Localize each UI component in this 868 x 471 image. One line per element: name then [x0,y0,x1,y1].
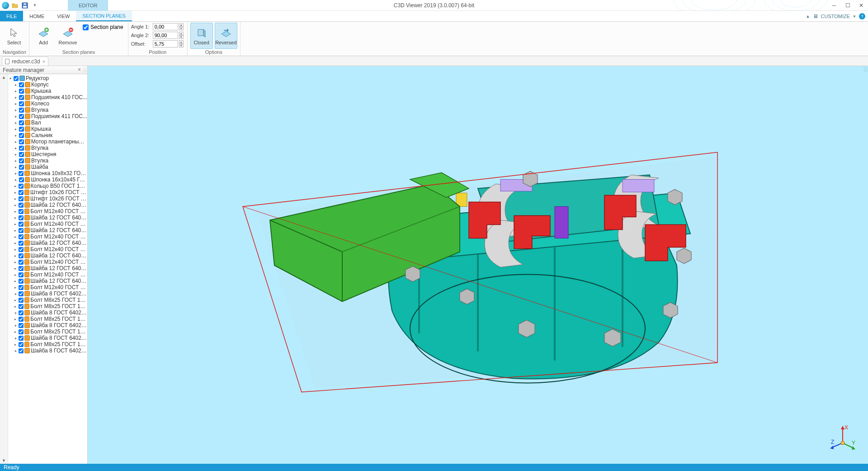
expander-icon[interactable]: ▸ [14,215,18,220]
tree-visibility-checkbox[interactable] [19,203,24,208]
expander-icon[interactable]: ▸ [14,228,18,233]
customize-dropdown-icon[interactable]: ▼ [853,14,856,19]
tree-node[interactable]: ▸Сальник [8,132,87,138]
tree-visibility-checkbox[interactable] [19,348,24,353]
expander-icon[interactable]: ▾ [8,76,13,81]
feature-manager-close-icon[interactable]: × [78,67,81,73]
tree-visibility-checkbox[interactable] [19,266,24,271]
expander-icon[interactable]: ▸ [14,158,18,163]
tree-visibility-checkbox[interactable] [19,158,24,163]
tree-node[interactable]: ▸Болт М12х40 ГОСТ 15... [8,284,87,290]
maximize-button[interactable]: ☐ [841,0,854,11]
tree-visibility-checkbox[interactable] [19,177,24,182]
tree-visibility-checkbox[interactable] [19,234,24,239]
feature-tree[interactable]: ▾Редуктор▸Корпус▸Крышка▸Подшипник 410 ГО… [8,74,87,464]
angle2-input[interactable]: 90,00 [153,32,178,39]
expander-icon[interactable]: ▸ [14,266,18,271]
expander-icon[interactable]: ▸ [14,279,18,283]
tree-visibility-checkbox[interactable] [19,260,24,265]
tree-visibility-checkbox[interactable] [19,272,24,277]
tree-scroll-down-icon[interactable]: ▼ [2,458,6,463]
tree-node[interactable]: ▸Шайба 12 ГОСТ 6402-... [8,202,87,208]
expander-icon[interactable]: ▸ [14,234,18,239]
tree-visibility-checkbox[interactable] [19,133,24,138]
tree-node[interactable]: ▸Болт М12х40 ГОСТ 15... [8,271,87,278]
expander-icon[interactable]: ▸ [14,120,18,125]
customize-button[interactable]: CUSTOMIZE [821,14,850,19]
tree-visibility-checkbox[interactable] [19,139,24,144]
angle1-input[interactable]: 0,00 [153,23,178,30]
tree-node[interactable]: ▸Шпонка 10х8х32 ГОС... [8,170,87,176]
tree-node[interactable]: ▸Корпус [8,81,87,88]
tree-node[interactable]: ▸Вал [8,119,87,126]
expander-icon[interactable]: ▸ [14,114,18,119]
tree-node[interactable]: ▸Шайба 12 ГОСТ 6402-... [8,214,87,221]
angle2-spinner[interactable]: ▲▼ [179,32,184,39]
tree-visibility-checkbox[interactable] [19,317,24,322]
expander-icon[interactable]: ▸ [14,108,18,112]
tree-node[interactable]: ▸Подшипник 410 ГОС... [8,94,87,100]
tree-visibility-checkbox[interactable] [19,101,24,106]
tree-node[interactable]: ▸Шайба 12 ГОСТ 6402-... [8,278,87,284]
tree-node[interactable]: ▸Болт М8х25 ГОСТ 155... [8,328,87,335]
tree-node[interactable]: ▸Болт М12х40 ГОСТ 15... [8,246,87,252]
tree-visibility-checkbox[interactable] [19,228,24,233]
remove-plane-button[interactable]: Remove [57,23,79,49]
tree-node[interactable]: ▸Втулка [8,145,87,151]
tree-visibility-checkbox[interactable] [19,209,24,214]
expander-icon[interactable]: ▸ [14,253,18,258]
expander-icon[interactable]: ▸ [14,348,18,353]
panel-grip-icon[interactable] [83,67,86,72]
tree-visibility-checkbox[interactable] [19,184,24,189]
tree-visibility-checkbox[interactable] [19,196,24,201]
qat-dropdown-icon[interactable]: ▼ [31,1,39,10]
tree-node[interactable]: ▸Шайба 8 ГОСТ 6402-70 [8,335,87,341]
tree-node[interactable]: ▸Шайба 8 ГОСТ 6402-70 [8,290,87,297]
tree-visibility-checkbox[interactable] [19,165,24,170]
display-settings-icon[interactable]: 🖥 [813,13,818,19]
tree-node[interactable]: ▸Шайба 8 ГОСТ 6402-70 [8,309,87,316]
tree-node[interactable]: ▸Шайба 12 ГОСТ 6402-... [8,240,87,246]
tree-visibility-checkbox[interactable] [19,323,24,328]
expander-icon[interactable]: ▸ [14,260,18,264]
close-button[interactable]: ✕ [854,0,868,11]
tree-node[interactable]: ▸Болт М12х40 ГОСТ 15... [8,233,87,240]
viewport-grip-icon[interactable] [863,67,867,72]
tree-visibility-checkbox[interactable] [19,279,24,284]
tab-home[interactable]: HOME [23,11,51,21]
expander-icon[interactable]: ▸ [14,298,18,302]
expander-icon[interactable]: ▸ [14,209,18,214]
reversed-toggle-button[interactable]: Reversed [215,23,237,49]
tab-section-planes[interactable]: SECTION PLANES [76,11,132,21]
document-tab[interactable]: reducer.c3d × [2,57,48,66]
tree-node[interactable]: ▸Болт М12х40 ГОСТ 15... [8,208,87,214]
expander-icon[interactable]: ▸ [14,336,18,340]
tree-scroll-up-icon[interactable]: ▲ [2,75,6,80]
select-button[interactable]: Select [3,23,25,49]
expander-icon[interactable]: ▸ [14,304,18,309]
expander-icon[interactable]: ▸ [14,146,18,150]
tree-visibility-checkbox[interactable] [19,342,24,347]
minimize-button[interactable]: ─ [827,0,841,11]
expander-icon[interactable]: ▸ [14,272,18,277]
tree-visibility-checkbox[interactable] [19,120,24,125]
tree-visibility-checkbox[interactable] [19,152,24,157]
tree-visibility-checkbox[interactable] [19,95,24,100]
tree-node[interactable]: ▸Шестерня [8,151,87,157]
qat-save-button[interactable] [21,1,29,10]
tree-visibility-checkbox[interactable] [14,76,19,81]
expander-icon[interactable]: ▸ [14,310,18,315]
tree-visibility-checkbox[interactable] [19,89,24,94]
expander-icon[interactable]: ▸ [13,196,17,201]
tree-node[interactable]: ▸Штифт 10х26 ГОСТ 31... [8,189,87,195]
tree-node[interactable]: ▸Мотор планетарный ... [8,138,87,145]
expander-icon[interactable]: ▸ [14,152,18,157]
expander-icon[interactable]: ▸ [14,139,18,144]
expander-icon[interactable]: ▸ [14,329,18,334]
tree-node[interactable]: ▸Кольцо B50 ГОСТ 139... [8,183,87,189]
help-icon[interactable]: ? [859,13,865,19]
tree-node[interactable]: ▸Штифт 10х26 ГОСТ 31... [8,195,87,202]
tree-visibility-checkbox[interactable] [19,304,24,309]
tree-visibility-checkbox[interactable] [19,291,24,296]
qat-open-button[interactable] [11,1,19,10]
